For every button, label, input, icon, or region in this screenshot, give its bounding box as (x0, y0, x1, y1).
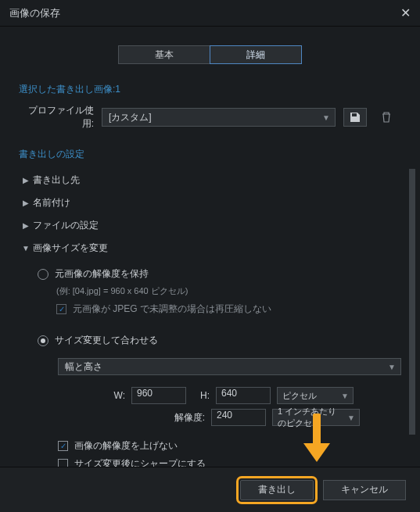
radio-resize-fit[interactable]: サイズ変更して合わせる (38, 329, 401, 352)
caret-down-icon: ▼ (322, 113, 330, 122)
tabs: 基本 詳細 (5, 45, 415, 64)
profile-select[interactable]: [カスタム] ▼ (102, 108, 336, 127)
caret-down-icon: ▼ (347, 414, 355, 422)
scroll-area: ▶ 書き出し先 ▶ 名前付け ▶ ファイルの設定 画像サイズを変更 元画像の解像… (5, 169, 415, 478)
radio-icon (38, 335, 48, 346)
fit-mode-select[interactable]: 幅と高さ ▼ (58, 358, 401, 375)
close-icon[interactable]: ✕ (400, 5, 411, 20)
chevron-right-icon: ▶ (19, 199, 33, 207)
export-button[interactable]: 書き出し (240, 480, 314, 500)
radio-keep-resolution[interactable]: 元画像の解像度を保持 (38, 263, 401, 285)
profile-row: プロファイル使用: [カスタム] ▼ (5, 104, 415, 145)
tab-advanced[interactable]: 詳細 (210, 45, 302, 64)
chevron-right-icon: ▶ (19, 176, 33, 184)
accordion-naming[interactable]: ▶ 名前付け (19, 192, 401, 214)
wh-row: W: 960 H: 640 ピクセル ▼ (58, 385, 401, 406)
tab-basic[interactable]: 基本 (118, 45, 210, 64)
checkbox-no-recompress: ✓ 元画像が JPEG で未調整の場合は再圧縮しない (38, 300, 401, 318)
cancel-button[interactable]: キャンセル (323, 480, 406, 500)
chevron-right-icon: ▶ (19, 221, 33, 230)
checkbox-icon: ✓ (56, 304, 66, 314)
selected-images-title: 選択した書き出し画像:1 (5, 80, 415, 104)
dialog-content: 基本 詳細 選択した書き出し画像:1 プロファイル使用: [カスタム] ▼ 書き… (0, 27, 420, 478)
accordion-file-settings[interactable]: ▶ ファイルの設定 (19, 214, 401, 237)
trash-icon (380, 111, 393, 124)
export-settings-title: 書き出しの設定 (5, 145, 415, 169)
example-text: (例: [04.jpg] = 960 x 640 ピクセル) (38, 285, 401, 300)
titlebar: 画像の保存 ✕ (0, 0, 420, 27)
width-label: W: (58, 390, 125, 401)
caret-down-icon: ▼ (341, 392, 349, 400)
fit-body: 幅と高さ ▼ W: 960 H: 640 ピクセル ▼ (38, 352, 401, 428)
checkbox-no-upscale[interactable]: ✓ 画像の解像度を上げない (38, 436, 401, 454)
image-size-body: 元画像の解像度を保持 (例: [04.jpg] = 960 x 640 ピクセル… (19, 260, 401, 472)
scrollbar[interactable] (409, 169, 415, 478)
caret-down-icon: ▼ (388, 363, 396, 371)
radio-icon (38, 269, 48, 280)
resolution-row: 解像度: 240 1 インチあたりのピクセ ▼ (58, 406, 401, 428)
footer: 書き出し キャンセル (0, 467, 420, 512)
scrollbar-thumb[interactable] (409, 169, 415, 435)
save-profile-button[interactable] (343, 108, 367, 127)
wh-unit-select[interactable]: ピクセル ▼ (277, 387, 354, 404)
height-label: H: (192, 390, 210, 401)
resolution-label: 解像度: (58, 411, 205, 424)
height-input[interactable]: 640 (216, 387, 271, 404)
width-input[interactable]: 960 (131, 387, 186, 404)
resolution-unit-select[interactable]: 1 インチあたりのピクセ ▼ (272, 409, 360, 426)
dialog-title: 画像の保存 (9, 6, 60, 20)
resolution-input[interactable]: 240 (211, 409, 266, 426)
checkbox-icon: ✓ (58, 441, 68, 451)
profile-label: プロファイル使用: (22, 104, 94, 131)
chevron-down-icon (19, 244, 33, 252)
accordion-destination[interactable]: ▶ 書き出し先 (19, 169, 401, 192)
save-icon (350, 112, 361, 123)
accordion-image-size[interactable]: 画像サイズを変更 (19, 237, 401, 260)
delete-profile-button[interactable] (375, 108, 398, 127)
